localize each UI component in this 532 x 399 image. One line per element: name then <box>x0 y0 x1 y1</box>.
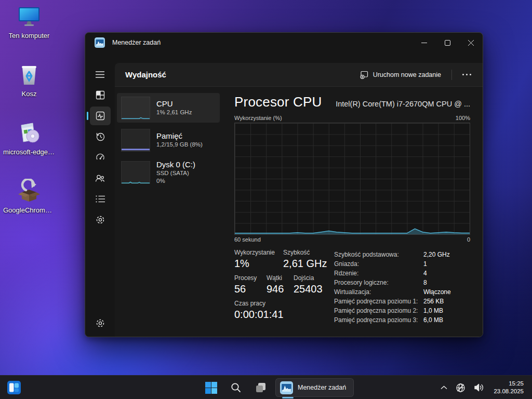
spec-value: 2,20 GHz <box>423 250 450 259</box>
spec-label: Szybkość podstawowa: <box>334 250 423 259</box>
desktop-icon-label: GoogleChromePor... <box>3 206 55 214</box>
portable-app-box-icon <box>17 179 42 204</box>
stat-label: Czas pracy <box>234 300 284 307</box>
desktop-icon-label: Kosz <box>22 90 37 98</box>
stat-label: Wątki <box>267 274 294 282</box>
task-manager-window: Menedżer zadań <box>85 32 483 337</box>
computer-monitor-icon <box>17 4 42 29</box>
spec-label: Pamięć podręczna poziomu 3: <box>334 315 423 325</box>
task-view-button[interactable] <box>250 378 271 397</box>
desktop-icon-microsoft-edge-installer[interactable]: microsoft-edge-c... <box>3 121 56 156</box>
header-separator <box>451 70 452 80</box>
performance-sidebar-list: CPU 1% 2,61 GHz Pamięć 1,2/15,9 GB ( <box>117 93 220 337</box>
widgets-icon <box>7 381 21 394</box>
chart-x-right-label: 0 <box>467 236 470 243</box>
cpu-page-title: Procesor CPU <box>234 94 322 110</box>
spec-value: 1,0 MB <box>423 306 443 315</box>
taskbar-button-label: Menedżer zadań <box>298 384 346 391</box>
spec-label: Wirtualizacja: <box>334 287 423 297</box>
page-title: Wydajność <box>125 70 166 79</box>
taskbar-clock[interactable]: 15:25 23.08.2025 <box>489 380 528 395</box>
stat-value: 25403 <box>294 283 323 295</box>
spec-label: Procesory logiczne: <box>334 278 423 287</box>
more-options-icon[interactable] <box>457 71 476 78</box>
spec-value: 256 KB <box>423 297 444 306</box>
search-icon <box>231 382 241 393</box>
desktop-icon-label: Ten komputer <box>9 32 50 39</box>
perf-item-detail: SSD (SATA) <box>156 169 195 177</box>
perf-item-detail: 0% <box>156 177 195 185</box>
maximize-button[interactable] <box>436 33 459 52</box>
taskbar-task-manager-button[interactable]: Menedżer zadań <box>275 378 354 397</box>
cpu-specs-block: Szybkość podstawowa:2,20 GHz Gniazda:1 R… <box>334 249 470 325</box>
perf-item-name: Dysk 0 (C:) <box>156 160 195 169</box>
stat-label: Szybkość <box>283 249 327 256</box>
chart-x-left-label: 60 sekund <box>234 236 261 243</box>
clock-date: 23.08.2025 <box>494 388 524 395</box>
nav-details-icon[interactable] <box>90 190 111 208</box>
network-globe-icon[interactable] <box>453 378 469 397</box>
perf-item-cpu[interactable]: CPU 1% 2,61 GHz <box>117 93 220 123</box>
task-manager-app-icon <box>280 381 293 394</box>
clock-time: 15:25 <box>494 380 524 388</box>
perf-item-detail: 1% 2,61 GHz <box>156 109 192 116</box>
run-new-task-label: Uruchom nowe zadanie <box>373 71 441 78</box>
window-plus-icon <box>360 71 368 79</box>
nav-processes-icon[interactable] <box>90 86 111 104</box>
spec-value: 6,0 MB <box>423 315 443 325</box>
stat-label: Dojścia <box>294 274 323 282</box>
search-button[interactable] <box>225 378 246 397</box>
stat-value: 1% <box>234 258 283 270</box>
minimize-button[interactable] <box>413 33 436 52</box>
spec-label: Rdzenie: <box>334 269 423 278</box>
stat-value: 2,61 GHz <box>283 258 327 270</box>
perf-item-name: CPU <box>156 99 192 109</box>
spec-value: 1 <box>423 259 427 269</box>
stat-value: 0:00:01:41 <box>234 309 284 321</box>
page-header: Wydajność Uruchom nowe zadanie <box>115 63 483 87</box>
spec-label: Gniazda: <box>334 259 423 269</box>
hamburger-menu-icon[interactable] <box>90 65 111 84</box>
settings-gear-icon[interactable] <box>90 314 111 332</box>
spec-label: Pamięć podręczna poziomu 1: <box>334 297 423 306</box>
disk-mini-graph <box>121 161 150 184</box>
volume-speaker-icon[interactable] <box>471 378 487 397</box>
nav-app-history-icon[interactable] <box>90 127 111 146</box>
stat-value: 946 <box>267 283 294 295</box>
perf-item-detail: 1,2/15,9 GB (8%) <box>156 141 203 149</box>
widgets-button[interactable] <box>7 381 21 396</box>
recycle-bin-icon <box>17 62 42 87</box>
cpu-detail-pane: Procesor CPU Intel(R) Core(TM) i7-2670QM… <box>234 93 470 337</box>
stat-label: Wykorzystanie <box>234 249 283 256</box>
perf-item-memory[interactable]: Pamięć 1,2/15,9 GB (8%) <box>117 125 220 155</box>
desktop-icon-googlechrome-portable[interactable]: GoogleChromePor... <box>3 179 56 214</box>
spec-label: Pamięć podręczna poziomu 2: <box>334 306 423 315</box>
task-view-icon <box>255 382 267 393</box>
nav-performance-icon[interactable] <box>90 107 111 125</box>
perf-item-disk0[interactable]: Dysk 0 (C:) SSD (SATA) 0% <box>117 157 220 187</box>
spec-value: 8 <box>423 278 427 287</box>
spec-value: Włączone <box>423 287 451 297</box>
nav-services-icon[interactable] <box>90 210 111 229</box>
nav-users-icon[interactable] <box>90 169 111 188</box>
stat-label: Procesy <box>234 274 267 282</box>
chart-y-label: Wykorzystanie (%) <box>234 115 282 121</box>
chart-y-max-label: 100% <box>456 115 470 121</box>
start-button[interactable] <box>201 378 221 397</box>
close-button[interactable] <box>459 33 483 52</box>
desktop-icon-label: microsoft-edge-c... <box>3 148 55 156</box>
taskbar: Menedżer zadań 15:25 23.08. <box>0 375 532 399</box>
desktop-icon-kosz[interactable]: Kosz <box>3 62 56 98</box>
desktop-icon-ten-komputer[interactable]: Ten komputer <box>3 4 56 39</box>
run-new-task-button[interactable]: Uruchom nowe zadanie <box>355 68 446 82</box>
tray-chevron-up-icon[interactable] <box>437 378 450 397</box>
titlebar[interactable]: Menedżer zadań <box>85 33 483 52</box>
spec-value: 4 <box>423 269 427 278</box>
windows-logo-icon <box>205 382 217 394</box>
task-manager-app-icon <box>95 37 105 48</box>
nav-startup-apps-icon[interactable] <box>90 148 111 167</box>
cpu-mini-graph <box>121 97 150 119</box>
nav-rail <box>85 52 115 337</box>
content-area: Wydajność Uruchom nowe zadanie <box>115 63 483 337</box>
perf-item-name: Pamięć <box>156 131 203 141</box>
